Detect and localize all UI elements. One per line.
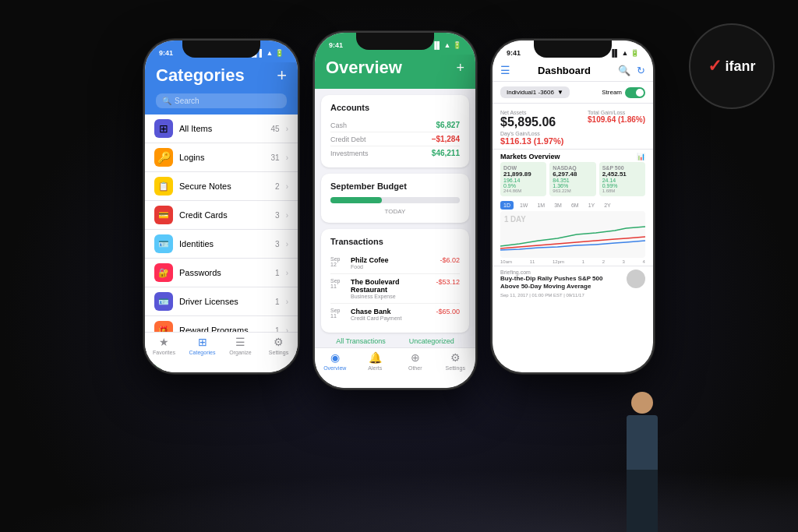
account-dropdown[interactable]: Individual1 -3606 ▼ xyxy=(500,86,570,98)
chart-tab-1d[interactable]: 1D xyxy=(500,201,514,210)
overview-icon: ◉ xyxy=(330,351,340,364)
txn-name: The Boulevard Restaurant xyxy=(351,278,431,294)
cat-name: Passwords xyxy=(179,268,269,277)
net-assets-value: $5,895.06 xyxy=(500,115,563,129)
budget-today-label: TODAY xyxy=(330,208,460,215)
tab-overview-label: Overview xyxy=(323,365,346,371)
account-value-cash: $6,827 xyxy=(436,121,460,129)
tab-organize[interactable]: ☰ Organize xyxy=(221,336,260,366)
presenter-head xyxy=(631,392,653,414)
phone2-time: 9:41 xyxy=(329,41,343,49)
list-item[interactable]: ⊞ All Items 45 › xyxy=(145,115,298,143)
add-button[interactable]: + xyxy=(277,65,287,86)
phones-container: 9:41 ▐▌▌ ▲ 🔋 Categories + 🔍 Search ⊞ All… xyxy=(143,39,655,389)
cat-count: 1 xyxy=(275,298,280,306)
txn-name: Philz Cofee xyxy=(351,256,435,264)
list-item[interactable]: 📋 Secure Notes 2 › xyxy=(145,172,298,201)
dow-pct: 0.9% xyxy=(503,183,543,188)
list-item[interactable]: 🔑 Logins 31 › xyxy=(145,143,298,172)
refresh-icon[interactable]: ↻ xyxy=(637,65,645,76)
net-assets-row: Net Assets $5,895.06 Day's Gain/Loss $11… xyxy=(500,110,645,146)
chart-tab-1w[interactable]: 1W xyxy=(517,201,531,210)
favorites-icon: ★ xyxy=(159,336,169,348)
transaction-row[interactable]: Sep11 Chase Bank Credit Card Payment -$6… xyxy=(330,304,460,325)
ifanr-logo: ✓ ifanr xyxy=(689,23,775,109)
cat-name: Logins xyxy=(179,153,265,162)
chart-tab-6m[interactable]: 6M xyxy=(568,201,582,210)
all-items-icon: ⊞ xyxy=(154,119,173,138)
net-assets-section: Net Assets $5,895.06 Day's Gain/Loss $11… xyxy=(493,104,653,150)
overview-header: Overview + xyxy=(315,55,475,89)
chart-tab-3m[interactable]: 3M xyxy=(551,201,565,210)
identities-icon: 🪪 xyxy=(154,234,173,253)
chart-tab-1m[interactable]: 1M xyxy=(534,201,548,210)
phone3-icons: ▐▌ ▲ 🔋 xyxy=(609,49,639,57)
all-transactions-link[interactable]: All Transactions xyxy=(336,337,386,345)
tab-overview[interactable]: ◉ Overview xyxy=(315,351,355,382)
chart-svg: 1 DAY xyxy=(500,211,645,258)
markets-bar-icon: 📊 xyxy=(637,153,645,160)
tab-categories[interactable]: ⊞ Categories xyxy=(183,336,221,366)
dow-change: 196.14 xyxy=(503,178,543,183)
list-item[interactable]: 🪪 Driver Licenses 1 › xyxy=(145,287,298,316)
overview-add-button[interactable]: + xyxy=(456,60,464,76)
list-item[interactable]: 💳 Credit Cards 3 › xyxy=(145,201,298,230)
account-name-investments: Investments xyxy=(330,150,369,157)
dashboard-header: ☰ Dashboard 🔍 ↻ xyxy=(493,62,653,82)
x-label-3: 3 xyxy=(623,259,625,264)
market-sp500[interactable]: S&P 500 2,452.51 24.14 0.99% 1.68M xyxy=(599,162,645,196)
transaction-row[interactable]: Sep11 The Boulevard Restaurant Business … xyxy=(330,274,460,304)
stream-toggle-pill[interactable] xyxy=(625,87,645,98)
budget-title: September Budget xyxy=(330,181,460,191)
dow-name: DOW xyxy=(503,165,543,171)
txn-amount: -$53.12 xyxy=(436,278,460,286)
market-nasdaq[interactable]: NASDAQ 6,297.48 84.351 1.36% 963.22M xyxy=(549,162,595,196)
tab-settings-label-2: Settings xyxy=(446,365,465,371)
categories-icon: ⊞ xyxy=(198,336,207,348)
chart-tab-2y[interactable]: 2Y xyxy=(601,201,614,210)
market-dow[interactable]: DOW 21,899.89 196.14 0.9% 244.86M xyxy=(500,162,546,196)
tab-settings-2[interactable]: ⚙ Settings xyxy=(436,351,476,382)
tab-settings-label: Settings xyxy=(269,350,288,355)
markets-title: Markets Overview xyxy=(500,153,560,160)
x-label-12pm: 12pm xyxy=(553,259,564,264)
tab-organize-label: Organize xyxy=(229,350,251,355)
passwords-icon: 🔐 xyxy=(154,263,173,282)
phone3-time: 9:41 xyxy=(507,49,521,57)
uncategorized-link[interactable]: Uncategorized xyxy=(409,337,454,345)
net-assets-label: Net Assets xyxy=(500,110,563,115)
txn-date: Sep12 xyxy=(330,256,346,267)
txn-name: Chase Bank xyxy=(351,308,431,315)
phone1-tabbar: ★ Favorites ⊞ Categories ☰ Organize ⚙ Se… xyxy=(145,332,298,372)
transaction-row[interactable]: Sep12 Philz Cofee Food -$6.02 xyxy=(330,252,460,274)
overview-title: Overview xyxy=(326,58,402,78)
x-label-4: 4 xyxy=(643,259,645,264)
list-item[interactable]: 🪪 Identities 3 › xyxy=(145,230,298,259)
secure-notes-icon: 📋 xyxy=(154,177,173,196)
cat-count: 3 xyxy=(275,240,280,248)
list-item[interactable]: 🔐 Passwords 1 › xyxy=(145,259,298,287)
budget-bar-fill xyxy=(330,197,382,203)
phone3-notch xyxy=(534,41,612,58)
tab-other[interactable]: ⊕ Other xyxy=(395,351,436,382)
tab-alerts[interactable]: 🔔 Alerts xyxy=(355,351,396,382)
dropdown-chevron: ▼ xyxy=(557,89,563,96)
search-icon-dashboard[interactable]: 🔍 xyxy=(618,65,630,76)
logins-icon: 🔑 xyxy=(154,148,173,167)
txn-info: Philz Cofee Food xyxy=(351,256,435,270)
budget-bar xyxy=(330,197,460,203)
hamburger-icon[interactable]: ☰ xyxy=(500,64,510,76)
organize-icon: ☰ xyxy=(235,336,245,348)
news-headline[interactable]: Buy-the-Dip Rally Pushes S&P 500 Above 5… xyxy=(500,275,645,291)
presenter-torso xyxy=(627,415,658,470)
chart-tab-1y[interactable]: 1Y xyxy=(585,201,598,210)
search-input[interactable]: 🔍 Search xyxy=(156,93,287,108)
phone1-notch xyxy=(182,41,260,58)
tab-settings[interactable]: ⚙ Settings xyxy=(260,336,298,366)
nasdaq-change: 84.351 xyxy=(553,178,592,183)
driver-licenses-icon: 🪪 xyxy=(154,292,173,311)
day-gainloss-label: Day's Gain/Loss xyxy=(500,131,563,136)
tab-favorites[interactable]: ★ Favorites xyxy=(145,336,183,366)
accounts-title: Accounts xyxy=(330,103,460,112)
account-name-cash: Cash xyxy=(330,122,347,129)
